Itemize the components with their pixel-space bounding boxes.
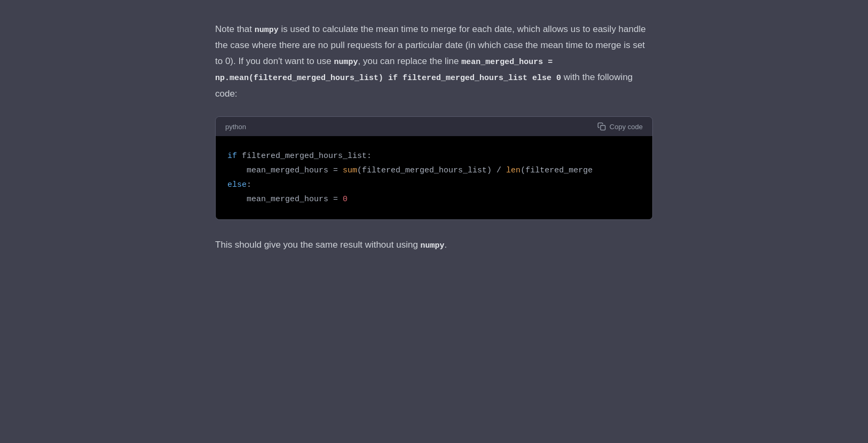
code-line1-rest: filtered_merged_hours_list: xyxy=(237,152,372,161)
desc-code1: numpy xyxy=(255,26,279,35)
code-sum-fn: sum xyxy=(343,166,357,175)
code-zero: 0 xyxy=(343,195,348,204)
code-kw-else: else xyxy=(227,180,247,189)
code-language-label: python xyxy=(225,123,246,131)
description-paragraph: Note that numpy is used to calculate the… xyxy=(215,21,653,101)
code-line2-indent: mean_merged_hours = xyxy=(227,166,343,175)
footer-paragraph: This should give you the same result wit… xyxy=(215,237,653,253)
copy-code-button[interactable]: Copy code xyxy=(597,122,643,131)
footer-part2: . xyxy=(445,240,447,250)
code-block-container: python Copy code if filtered_merged_hour… xyxy=(215,116,653,220)
footer-code1: numpy xyxy=(421,241,445,250)
code-line2-mid: (filtered_merged_hours_list) / xyxy=(357,166,506,175)
copy-code-label: Copy code xyxy=(610,123,643,131)
code-pre: if filtered_merged_hours_list: mean_merg… xyxy=(227,149,641,207)
desc-code2: numpy xyxy=(334,58,358,67)
content-wrapper: Note that numpy is used to calculate the… xyxy=(194,21,674,422)
desc-part1: Note that xyxy=(215,24,255,34)
footer-part1: This should give you the same result wit… xyxy=(215,240,421,250)
code-block-header: python Copy code xyxy=(216,117,652,136)
code-len-fn: len xyxy=(506,166,520,175)
code-line2-end: (filtered_merge xyxy=(520,166,593,175)
code-block-body: if filtered_merged_hours_list: mean_merg… xyxy=(216,136,652,219)
desc-part3: , you can replace the line xyxy=(358,56,462,66)
copy-icon xyxy=(597,122,606,131)
code-line3-colon: : xyxy=(247,180,251,189)
code-line4-indent: mean_merged_hours = xyxy=(227,195,343,204)
svg-rect-0 xyxy=(601,125,605,130)
code-kw-if: if xyxy=(227,152,237,161)
